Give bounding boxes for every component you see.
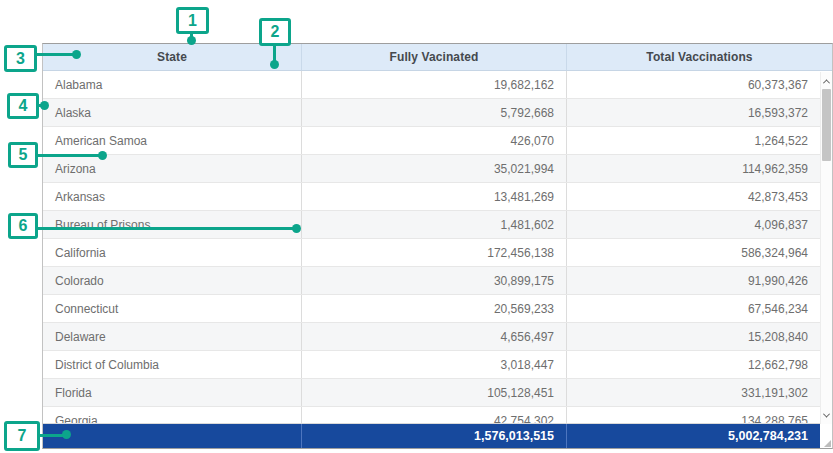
table-row[interactable]: Alabama19,682,16260,373,367 [43, 71, 820, 99]
state-cell: Alaska [43, 99, 301, 126]
state-cell: Alabama [43, 71, 301, 98]
resize-grip-icon [824, 440, 831, 447]
callout-3-dot [72, 50, 81, 59]
callout-1-box: 1 [176, 7, 209, 34]
table-row[interactable]: District of Columbia3,018,44712,662,798 [43, 351, 820, 379]
table-row[interactable]: Georgia42,754,302134,288,765 [43, 407, 820, 423]
dashboard-canvas: State Fully Vacinated Total Vaccinations… [0, 0, 833, 453]
vaccination-table: State Fully Vacinated Total Vaccinations… [42, 43, 833, 449]
table-row[interactable]: Arizona35,021,994114,962,359 [43, 155, 820, 183]
callout-5-label: 5 [19, 146, 28, 164]
value-cell: 16,593,372 [566, 99, 820, 126]
callout-4-label: 4 [19, 97, 28, 115]
callout-6-dot [292, 224, 301, 233]
table-row[interactable]: Colorado30,899,17591,990,426 [43, 267, 820, 295]
state-cell: Arkansas [43, 183, 301, 210]
value-cell: 1,481,602 [301, 211, 566, 238]
value-cell: 4,656,497 [301, 323, 566, 350]
table-body: Alabama19,682,16260,373,367Alaska5,792,6… [43, 71, 832, 423]
state-cell: Connecticut [43, 295, 301, 322]
table-row[interactable]: Arkansas13,481,26942,873,453 [43, 183, 820, 211]
value-cell: 4,096,837 [566, 211, 820, 238]
state-cell: District of Columbia [43, 351, 301, 378]
callout-6-box: 6 [8, 213, 38, 239]
callout-2-label: 2 [271, 23, 280, 41]
value-cell: 1,264,522 [566, 127, 820, 154]
callout-1-label: 1 [188, 12, 197, 30]
value-cell: 42,873,453 [566, 183, 820, 210]
callout-4-box: 4 [7, 93, 39, 119]
state-cell: Bureau of Prisons [43, 211, 301, 238]
value-cell: 114,962,359 [566, 155, 820, 182]
table-row[interactable]: Bureau of Prisons1,481,6024,096,837 [43, 211, 820, 239]
column-header-total-vaccinations[interactable]: Total Vaccinations [566, 44, 832, 70]
value-cell: 30,899,175 [301, 267, 566, 294]
value-cell: 105,128,451 [301, 379, 566, 406]
value-cell: 331,191,302 [566, 379, 820, 406]
value-cell: 91,990,426 [566, 267, 820, 294]
callout-6-label: 6 [19, 217, 28, 235]
value-cell: 42,754,302 [301, 407, 566, 423]
value-cell: 15,208,840 [566, 323, 820, 350]
callout-2-dot [270, 60, 279, 69]
table-row[interactable]: California172,456,138586,324,964 [43, 239, 820, 267]
table-row[interactable]: Florida105,128,451331,191,302 [43, 379, 820, 407]
table-row[interactable]: American Samoa426,0701,264,522 [43, 127, 820, 155]
state-cell: Delaware [43, 323, 301, 350]
state-cell: California [43, 239, 301, 266]
callout-5-box: 5 [8, 142, 38, 168]
state-cell: American Samoa [43, 127, 301, 154]
table-row[interactable]: Delaware4,656,49715,208,840 [43, 323, 820, 351]
callout-6-line [37, 227, 294, 230]
table-total-row: 1,576,013,515 5,002,784,231 [43, 423, 832, 448]
value-cell: 426,070 [301, 127, 566, 154]
total-vaccinations-cell: 5,002,784,231 [566, 424, 820, 448]
chevron-up-icon [823, 79, 830, 86]
scrollbar-corner [820, 424, 832, 448]
scroll-down-button[interactable] [821, 408, 832, 422]
state-cell: Georgia [43, 407, 301, 423]
value-cell: 20,569,233 [301, 295, 566, 322]
value-cell: 3,018,447 [301, 351, 566, 378]
callout-5-dot [98, 151, 107, 160]
value-cell: 134,288,765 [566, 407, 820, 423]
column-header-fully-vacinated[interactable]: Fully Vacinated [301, 44, 566, 70]
callout-7-box: 7 [4, 421, 40, 451]
value-cell: 35,021,994 [301, 155, 566, 182]
value-cell: 13,481,269 [301, 183, 566, 210]
state-cell: Arizona [43, 155, 301, 182]
scrollbar-thumb[interactable] [822, 89, 831, 161]
column-header-state[interactable]: State [43, 44, 301, 70]
value-cell: 67,546,234 [566, 295, 820, 322]
value-cell: 60,373,367 [566, 71, 820, 98]
value-cell: 172,456,138 [301, 239, 566, 266]
value-cell: 5,792,668 [301, 99, 566, 126]
total-fully-vacinated-cell: 1,576,013,515 [301, 424, 566, 448]
callout-2-line [273, 45, 276, 61]
table-row[interactable]: Alaska5,792,66816,593,372 [43, 99, 820, 127]
callout-7-dot [62, 430, 71, 439]
vertical-scrollbar[interactable] [820, 72, 832, 424]
table-row[interactable]: Connecticut20,569,23367,546,234 [43, 295, 820, 323]
callout-4-dot [40, 101, 49, 110]
total-state-cell [43, 424, 301, 448]
chevron-down-icon [823, 410, 830, 417]
callout-3-box: 3 [4, 45, 37, 72]
value-cell: 586,324,964 [566, 239, 820, 266]
callout-3-label: 3 [16, 50, 25, 68]
callout-3-line [36, 53, 76, 56]
table-header-row: State Fully Vacinated Total Vaccinations [43, 44, 832, 71]
callout-2-box: 2 [259, 18, 291, 46]
callout-1-dot [187, 36, 196, 45]
value-cell: 12,662,798 [566, 351, 820, 378]
value-cell: 19,682,162 [301, 71, 566, 98]
callout-7-label: 7 [18, 427, 27, 445]
callout-5-line [37, 154, 100, 157]
state-cell: Colorado [43, 267, 301, 294]
state-cell: Florida [43, 379, 301, 406]
scroll-up-button[interactable] [821, 74, 832, 88]
